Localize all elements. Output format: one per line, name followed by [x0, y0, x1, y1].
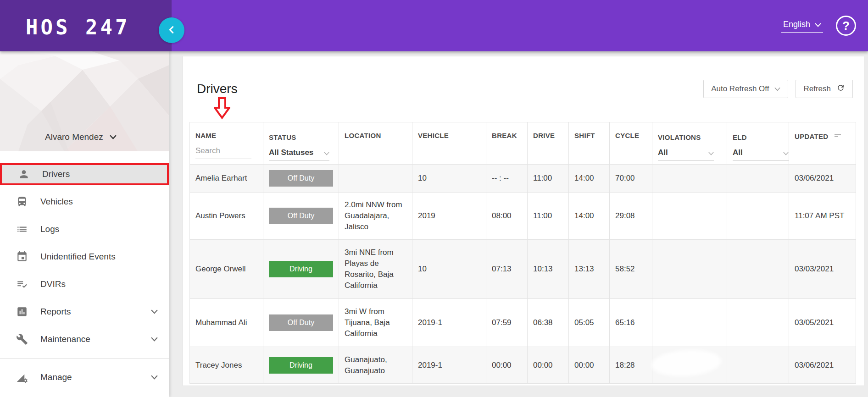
violations-filter-value: All	[658, 148, 668, 157]
playlist-check-icon	[16, 278, 28, 291]
column-label: LOCATION	[345, 132, 381, 139]
user-name: Alvaro Mendez	[45, 132, 103, 142]
manage-gear-icon	[16, 371, 28, 384]
cell-vehicle: 2019-1	[412, 299, 486, 347]
help-button[interactable]: ?	[836, 16, 856, 36]
sidebar-item-label: Reports	[40, 307, 71, 317]
cell-drive: 06:38	[528, 299, 569, 347]
cell-location: 2.0mi NNW from Guadalajara, Jalisco	[339, 193, 412, 240]
status-filter-select[interactable]: All Statuses	[269, 148, 329, 161]
sidebar-item-label: Unidentified Events	[40, 252, 116, 262]
column-location: LOCATION	[339, 122, 412, 165]
cell-break: 08:00	[486, 193, 528, 240]
table-row[interactable]: Austin Powers Off Duty 2.0mi NNW from Gu…	[190, 193, 856, 240]
person-icon	[17, 168, 30, 181]
cell-updated: 11:07 AM PST	[789, 193, 856, 240]
profile-panel: Alvaro Mendez	[0, 51, 169, 151]
logo-area: HOS 247	[0, 0, 172, 51]
cell-shift: 14:00	[569, 193, 610, 240]
sidebar-item-manage[interactable]: Manage	[0, 366, 169, 388]
chevron-down-icon	[151, 373, 158, 381]
sidebar-item-logs[interactable]: Logs	[0, 218, 169, 240]
sidebar: Alvaro Mendez Drivers Vehicles	[0, 51, 169, 397]
violations-filter-select[interactable]: All	[658, 148, 714, 161]
cell-name: Amelia Earhart	[190, 165, 263, 193]
sidebar-item-label: DVIRs	[40, 279, 66, 289]
cell-violations	[652, 299, 727, 347]
card-header: Drivers Auto Refresh Off Refresh	[183, 56, 864, 105]
column-label: ELD	[733, 133, 747, 141]
sidebar-item-vehicles[interactable]: Vehicles	[0, 191, 169, 213]
refresh-button[interactable]: Refresh	[796, 80, 853, 98]
table-row[interactable]: Muhammad Ali Off Duty 3mi W from Tijuana…	[190, 299, 856, 347]
cell-drive: 00:00	[528, 347, 569, 384]
main-area: Drivers Auto Refresh Off Refresh	[169, 51, 868, 397]
cell-drive: 11:00	[528, 193, 569, 240]
cell-vehicle: 2019	[412, 193, 486, 240]
cell-name: Muhammad Ali	[190, 299, 263, 347]
page-title: Drivers	[197, 82, 238, 96]
cell-name: Tracey Jones	[190, 347, 263, 384]
cell-eld	[727, 347, 789, 384]
column-shift: SHIFT	[569, 122, 610, 165]
cell-location: 3mi W from Tijuana, Baja California	[339, 299, 412, 347]
top-bar: HOS 247 English ?	[0, 0, 868, 51]
chevron-down-icon	[151, 335, 158, 343]
cell-status: Off Duty	[263, 165, 339, 193]
table-row[interactable]: Amelia Earhart Off Duty 10 -- : -- 11:00…	[190, 165, 856, 193]
cell-eld	[727, 193, 789, 240]
table-row[interactable]: Tracey Jones Driving Guanajuato, Guanaju…	[190, 347, 856, 384]
cell-status: Driving	[263, 347, 339, 384]
cell-status: Driving	[263, 240, 339, 299]
sidebar-item-dvirs[interactable]: DVIRs	[0, 273, 169, 295]
chevron-down-icon	[774, 84, 780, 94]
eld-filter-value: All	[733, 148, 743, 157]
auto-refresh-select[interactable]: Auto Refresh Off	[703, 80, 788, 98]
cell-break: 07:59	[486, 299, 528, 347]
sidebar-item-drivers[interactable]: Drivers	[0, 163, 169, 185]
cell-eld	[727, 165, 789, 193]
question-icon: ?	[842, 19, 850, 33]
user-menu[interactable]: Alvaro Mendez	[45, 132, 117, 142]
eld-filter-select[interactable]: All	[733, 148, 789, 161]
sidebar-nav: Drivers Vehicles Logs Unidentified Event…	[0, 163, 169, 388]
cell-location: Guanajuato, Guanajuato	[339, 347, 412, 384]
status-badge: Driving	[269, 357, 333, 374]
status-filter-value: All Statuses	[269, 148, 313, 157]
cell-name: Austin Powers	[190, 193, 263, 240]
table-row[interactable]: George Orwell Driving 3mi NNE from Playa…	[190, 240, 856, 299]
header-controls: Auto Refresh Off Refresh	[703, 80, 853, 98]
sidebar-item-reports[interactable]: Reports	[0, 301, 169, 323]
column-name: NAME	[190, 122, 263, 165]
cell-updated: 03/06/2021	[789, 165, 856, 193]
sidebar-item-label: Vehicles	[40, 197, 73, 207]
name-search-input[interactable]	[195, 146, 251, 159]
cell-shift: 05:05	[569, 299, 610, 347]
column-status: STATUS All Statuses	[263, 122, 339, 165]
list-icon	[16, 223, 28, 236]
cell-shift: 00:00	[569, 347, 610, 384]
column-label: BREAK	[492, 132, 517, 139]
status-badge: Off Duty	[269, 208, 333, 224]
sidebar-collapse-button[interactable]	[159, 17, 184, 43]
chevron-down-icon	[708, 149, 714, 157]
topbar-right: English ?	[781, 0, 856, 51]
calendar-icon	[16, 250, 28, 263]
cell-cycle: 65:16	[610, 299, 652, 347]
cell-cycle: 29:08	[610, 193, 652, 240]
cell-eld	[727, 240, 789, 299]
cell-cycle: 58:52	[610, 240, 652, 299]
cell-vehicle: 10	[412, 165, 486, 193]
cell-vehicle: 10	[412, 240, 486, 299]
sidebar-item-label: Maintenance	[40, 334, 90, 344]
app-root: HOS 247 English ?	[0, 0, 868, 397]
sidebar-item-unidentified-events[interactable]: Unidentified Events	[0, 246, 169, 268]
cell-cycle: 70:00	[610, 165, 652, 193]
language-selector[interactable]: English	[781, 19, 823, 33]
chevron-down-icon	[151, 308, 158, 316]
cell-location	[339, 165, 412, 193]
table-header: NAME STATUS All Statuses	[190, 122, 856, 165]
sort-icon[interactable]	[834, 132, 841, 139]
sidebar-item-maintenance[interactable]: Maintenance	[0, 328, 169, 350]
column-label: SHIFT	[574, 132, 595, 139]
